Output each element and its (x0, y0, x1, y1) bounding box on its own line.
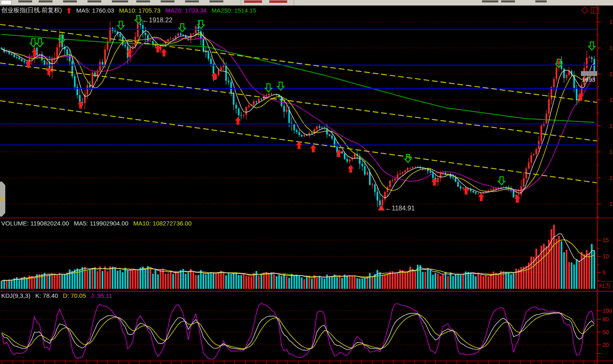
ma250-line (2, 35, 594, 122)
volume-axis-label: 10 (602, 253, 609, 260)
current-price-label: 1693 (582, 76, 595, 83)
kdj-title: KDJ(9,3,3) (1, 292, 31, 299)
up-arrow-icon (67, 7, 71, 13)
date-axis-ticks (2, 362, 594, 364)
pane-corner-icons (581, 6, 600, 16)
ma250-value: MA250: 1514.15 (212, 7, 256, 14)
candlestick-series[interactable] (1, 17, 595, 210)
price-axis-label: 1400 (609, 149, 613, 155)
kdj-k-value: K: 78.40 (35, 292, 58, 299)
chart-canvas[interactable] (0, 0, 613, 364)
kdj-axis-label: 100 (602, 308, 612, 314)
kdj-axis-label: 20 (602, 342, 609, 348)
price-pane-header: 创业板指(日线.前复权) MA5: 1760.03 MA10: 1705.73 … (1, 6, 256, 14)
high-price-annotation: ←1918.22 (142, 17, 172, 24)
price-axis-label: 1200 (609, 201, 613, 207)
low-point-marker (378, 205, 385, 210)
price-axis-label: 1500 (609, 123, 613, 129)
split-window-icon[interactable] (591, 7, 599, 13)
kdj-j-value: J: 95.11 (91, 292, 112, 299)
kdj-axis-label: 50 (602, 329, 609, 336)
current-price-marker (581, 71, 597, 76)
trend-channel-lines (0, 24, 597, 183)
volume-axis-label: 15 (602, 237, 609, 243)
price-axis-label: 1900 (609, 19, 613, 25)
corner-icons-svg (581, 6, 600, 15)
volume-unit-label: X1万 (598, 281, 613, 290)
volume-value: VOLUME: 119082024.00 (1, 220, 69, 227)
volume-grid (0, 240, 597, 273)
low-price-annotation: ←1184.91 (385, 205, 415, 212)
ma5-value: MA5: 1760.03 (76, 7, 114, 14)
ma20-value: MA20: 1703.34 (165, 7, 207, 14)
kdj-pane-header: KDJ(9,3,3) K: 78.40 D: 70.05 J: 95.11 (1, 292, 112, 299)
ma10-value: MA10: 1705.73 (119, 7, 161, 14)
volume-ma5-value: MA5: 119902904.00 (74, 220, 129, 227)
volume-bars[interactable] (1, 225, 595, 289)
diamond-icon[interactable] (582, 7, 588, 13)
price-axis-label: 1300 (609, 175, 613, 181)
price-axis-label: 1600 (609, 97, 613, 103)
kdj-grid (0, 311, 597, 345)
volume-pane-header: VOLUME: 119082024.00 MA5: 119902904.00 M… (1, 220, 192, 227)
kdj-d-value: D: 70.05 (63, 292, 86, 299)
expand-triangle-icon (1, 196, 4, 202)
kdj-j-line (2, 303, 594, 360)
price-axis-label: 1700 (609, 71, 613, 77)
ma10-line (2, 35, 594, 192)
trading-app-window: { "price_pane": { "title": "创业板指(日线.前复权)… (0, 0, 613, 364)
symbol-title: 创业板指(日线.前复权) (1, 6, 62, 14)
volume-axis-label: 5 (602, 269, 606, 276)
sidebar-expand-handle[interactable] (0, 182, 5, 217)
kdj-axis-label: 80 (602, 316, 609, 323)
volume-ma10-value: MA10: 108272736.00 (133, 220, 192, 227)
price-axis-label: 1800 (609, 45, 613, 51)
kdj-d-line (2, 313, 594, 349)
